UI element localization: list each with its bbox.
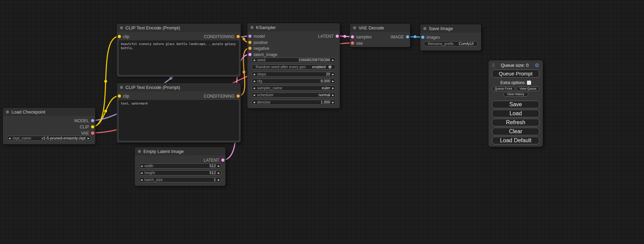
input-slot-images: images (421, 35, 440, 40)
refresh-button[interactable]: Refresh (492, 119, 539, 126)
cfg-widget[interactable]: cfg 8.000 (252, 79, 336, 84)
output-slot-conditioning: CONDITIONING (204, 34, 240, 39)
negative-input-dot[interactable] (248, 47, 252, 50)
load-button[interactable]: Load (492, 110, 539, 117)
clip-input-dot[interactable] (118, 94, 121, 98)
node-title: Empty Latent Image (143, 149, 184, 154)
clip-input-dot[interactable] (118, 35, 121, 38)
increment-arrow-icon[interactable] (217, 170, 221, 175)
node-empty-latent-image[interactable]: Empty Latent Image LATENT width 512 heig… (135, 147, 226, 186)
filename-prefix-widget[interactable]: filename_prefix ComfyUI (424, 41, 478, 46)
node-title-bar[interactable]: CLIP Text Encode (Prompt) (117, 24, 241, 32)
node-title-bar[interactable]: Empty Latent Image (135, 147, 226, 155)
batch-size-widget[interactable]: batch_size 1 (139, 177, 221, 182)
drag-handle-icon[interactable] (492, 63, 495, 67)
decrement-arrow-icon[interactable] (252, 57, 256, 63)
widget-label: filename_prefix (428, 41, 454, 46)
link-midpoint-dot (242, 38, 245, 40)
seed-widget[interactable]: seed 156680208700286 (252, 57, 336, 63)
image-output-dot[interactable] (406, 35, 409, 38)
increment-arrow-icon[interactable] (217, 177, 221, 182)
next-value-arrow-icon[interactable] (331, 92, 335, 98)
slot-label: CONDITIONING (204, 94, 235, 99)
node-collapse-dot-icon[interactable] (250, 26, 254, 29)
images-input-dot[interactable] (421, 36, 424, 39)
prev-value-arrow-icon[interactable] (252, 85, 256, 91)
clip-output-dot[interactable] (91, 125, 94, 128)
node-title-bar[interactable]: VAE Decode (350, 24, 410, 32)
input-slot-samples: samples (351, 34, 372, 39)
node-ksampler[interactable]: KSampler model positive negative latent_… (247, 23, 340, 108)
node-collapse-dot-icon[interactable] (6, 110, 9, 114)
samples-input-dot[interactable] (351, 35, 354, 38)
link-midpoint-dot (343, 35, 346, 38)
node-title-bar[interactable]: CLIP Text Encode (Prompt) (117, 83, 241, 91)
queue-prompt-button[interactable]: Queue Prompt (492, 70, 539, 78)
input-slot-vae: vae (351, 40, 363, 46)
denoise-widget[interactable]: denoise 1.000 (252, 100, 336, 105)
negative-prompt-textarea[interactable]: text, watermark (119, 100, 239, 141)
scheduler-widget[interactable]: scheduler normal (252, 92, 336, 98)
node-collapse-dot-icon[interactable] (353, 26, 356, 29)
latent-image-input-dot[interactable] (248, 53, 252, 56)
node-title: CLIP Text Encode (Prompt) (125, 25, 180, 30)
decrement-arrow-icon[interactable] (252, 79, 256, 84)
extra-options-checkbox[interactable] (527, 81, 531, 85)
positive-prompt-textarea[interactable]: beautiful scenery nature glass bottle la… (119, 40, 239, 75)
latent-output-dot[interactable] (336, 35, 339, 38)
queue-front-button[interactable]: Queue Front (492, 87, 515, 91)
increment-arrow-icon[interactable] (331, 79, 335, 84)
decrement-arrow-icon[interactable] (252, 100, 256, 105)
steps-widget[interactable]: steps 20 (252, 72, 336, 77)
view-queue-button[interactable]: View Queue (517, 87, 539, 91)
sampler-name-widget[interactable]: sampler_name euler (252, 85, 336, 91)
node-clip-text-encode-positive[interactable]: CLIP Text Encode (Prompt) clip CONDITION… (117, 24, 241, 77)
settings-gear-icon[interactable] (535, 63, 539, 68)
view-history-button[interactable]: View History (503, 92, 528, 97)
load-default-button[interactable]: Load Default (492, 137, 539, 144)
increment-arrow-icon[interactable] (331, 57, 335, 63)
increment-arrow-icon[interactable] (331, 72, 335, 77)
node-collapse-dot-icon[interactable] (138, 150, 141, 153)
ckpt-name-widget[interactable]: ckpt_name v1-5-pruned-emaonly.ckpt (7, 136, 91, 141)
node-collapse-dot-icon[interactable] (423, 27, 426, 30)
node-title: CLIP Text Encode (Prompt) (125, 85, 180, 90)
height-widget[interactable]: height 512 (139, 170, 221, 175)
increment-arrow-icon[interactable] (217, 163, 221, 169)
node-clip-text-encode-negative[interactable]: CLIP Text Encode (Prompt) clip CONDITION… (117, 83, 241, 143)
model-input-dot[interactable] (248, 35, 252, 38)
model-output-dot[interactable] (91, 119, 94, 122)
widget-value: 8.000 (320, 79, 330, 84)
queue-menu-panel: Queue size: 0 Queue Prompt Extra options… (488, 60, 543, 147)
node-collapse-dot-icon[interactable] (120, 26, 123, 29)
decrement-arrow-icon[interactable] (139, 177, 144, 182)
next-value-arrow-icon[interactable] (331, 100, 335, 105)
output-slot-model: MODEL (74, 118, 94, 123)
input-slot-positive: positive (248, 40, 268, 45)
prev-value-arrow-icon[interactable] (252, 92, 256, 98)
next-value-arrow-icon[interactable] (86, 136, 91, 141)
node-title-bar[interactable]: Load Checkpoint (3, 108, 95, 116)
node-title-bar[interactable]: KSampler (247, 23, 340, 31)
save-button[interactable]: Save (492, 101, 539, 108)
conditioning-output-dot[interactable] (237, 35, 240, 38)
node-title-bar[interactable]: Save Image (420, 24, 481, 33)
decrement-arrow-icon[interactable] (139, 163, 144, 169)
random-seed-toggle-widget[interactable]: Random seed after every gen enabled (252, 64, 336, 70)
node-collapse-dot-icon[interactable] (120, 86, 123, 89)
positive-input-dot[interactable] (248, 41, 252, 44)
node-vae-decode[interactable]: VAE Decode samples vae IMAGE (350, 24, 410, 47)
node-load-checkpoint[interactable]: Load Checkpoint MODEL CLIP VAE ckpt_name… (3, 108, 95, 144)
conditioning-output-dot[interactable] (237, 94, 240, 98)
prev-value-arrow-icon[interactable] (7, 136, 12, 141)
clear-button[interactable]: Clear (492, 128, 539, 135)
vae-input-dot[interactable] (351, 42, 354, 45)
toggle-knob-icon[interactable] (328, 65, 332, 69)
latent-output-dot[interactable] (221, 159, 224, 162)
width-widget[interactable]: width 512 (139, 163, 221, 169)
decrement-arrow-icon[interactable] (252, 72, 256, 77)
node-save-image[interactable]: Save Image images filename_prefix ComfyU… (420, 24, 481, 51)
next-value-arrow-icon[interactable] (331, 85, 335, 91)
vae-output-dot[interactable] (91, 132, 94, 135)
decrement-arrow-icon[interactable] (139, 170, 144, 175)
